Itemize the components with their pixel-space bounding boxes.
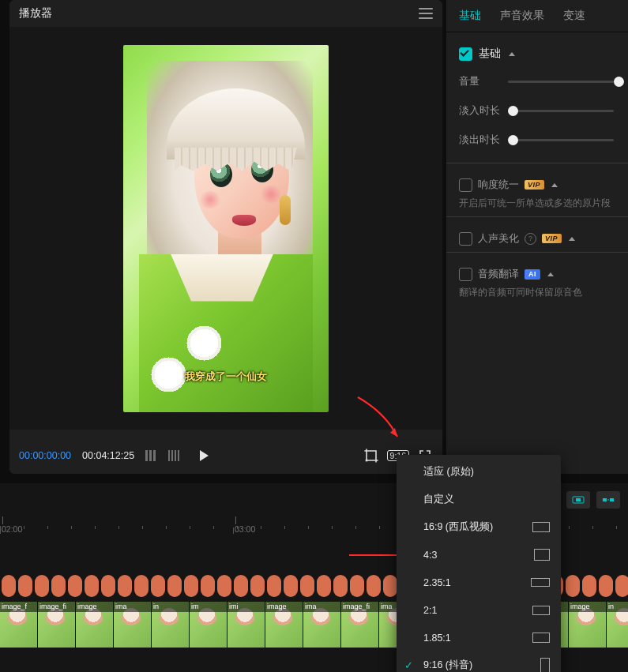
player-header: 播放器 [9, 0, 442, 27]
feature-title: 音频翻译 [478, 267, 519, 281]
clip-label: in [607, 602, 628, 612]
player-title: 播放器 [19, 6, 52, 21]
slider-row: 音量 [459, 75, 615, 88]
feature-checkbox[interactable] [459, 232, 472, 246]
chevron-up-icon [569, 237, 575, 241]
clip-thumbnail[interactable]: image_fi [38, 602, 76, 648]
clip-thumbnail[interactable]: image_fi [341, 602, 379, 648]
timeline-tool-b[interactable] [596, 491, 620, 509]
play-button[interactable] [196, 448, 212, 464]
basic-section-header[interactable]: 基础 [459, 47, 615, 61]
ratio-option[interactable]: 16:9 (西瓜视频) [397, 513, 561, 541]
svg-rect-4 [610, 498, 614, 501]
clip-thumbnail[interactable]: image [569, 602, 607, 648]
svg-rect-3 [603, 498, 607, 501]
ratio-option-label: 2:1 [423, 605, 437, 616]
subtitle-overlay: 我穿成了一个仙女 [123, 370, 329, 384]
clip-thumbnail[interactable]: image [265, 602, 303, 648]
ratio-option-label: 自定义 [423, 493, 454, 506]
clip-label: image [569, 602, 606, 612]
slider-row: 淡入时长 [459, 104, 615, 118]
ratio-option[interactable]: ✓9:16 (抖音) [397, 651, 561, 672]
slider-track[interactable] [508, 110, 614, 112]
feature-block: 音频翻译AI翻译的音频可同时保留原音色 [459, 267, 615, 299]
ruler-tick-label: | 02:00 [2, 515, 22, 534]
clip-thumbnail[interactable]: in [607, 602, 628, 648]
slider-track[interactable] [508, 81, 614, 83]
clip-label: imi [228, 602, 265, 612]
ratio-swatch-icon [532, 522, 550, 532]
player-controls: 00:00:00:00 00:04:12:25 9:16 [9, 437, 442, 474]
total-duration: 00:04:12:25 [82, 450, 134, 461]
ratio-option[interactable]: 4:3 [397, 541, 561, 569]
ratio-option[interactable]: 自定义 [397, 486, 561, 513]
feature-desc: 开启后可统一所单选或多选的原片段 [459, 197, 615, 210]
clip-thumbnail[interactable]: image_f [0, 602, 38, 648]
ratio-option[interactable]: 2.35:1 [397, 569, 561, 596]
svg-point-0 [365, 460, 367, 462]
feature-checkbox[interactable] [459, 268, 472, 281]
timeline-tool-a[interactable] [566, 491, 590, 509]
tab-基础[interactable]: 基础 [449, 0, 491, 32]
crop-icon[interactable] [363, 448, 379, 464]
chevron-up-icon [551, 183, 558, 187]
columns-icon[interactable] [142, 448, 158, 464]
slider-track[interactable] [508, 139, 614, 141]
ratio-swatch-icon [532, 633, 550, 643]
feature-desc: 翻译的音频可同时保留原音色 [459, 286, 615, 299]
tab-声音效果[interactable]: 声音效果 [491, 0, 554, 32]
slider-row: 淡出时长 [459, 133, 615, 147]
clip-label: im [190, 602, 227, 612]
ratio-option-label: 4:3 [423, 550, 437, 561]
ratio-option-label: 16:9 (西瓜视频) [423, 520, 493, 534]
clip-thumbnail[interactable]: ima [303, 602, 341, 648]
clip-thumbnail[interactable]: image [76, 602, 114, 648]
ratio-swatch-icon [532, 606, 550, 615]
clip-label: image [76, 602, 113, 612]
svg-rect-2 [576, 498, 581, 501]
feature-block: 人声美化?VIP [459, 231, 615, 246]
clip-label: ima [114, 602, 151, 612]
clip-thumbnail[interactable]: in [152, 602, 190, 648]
preview-area: 我穿成了一个仙女 [9, 27, 442, 430]
aspect-ratio-menu: 适应 (原始)自定义16:9 (西瓜视频)4:32.35:12:11.85:1✓… [397, 455, 561, 672]
basic-checkbox[interactable] [459, 47, 472, 61]
clip-label: image_f [0, 602, 37, 612]
clip-thumbnail[interactable]: im [190, 602, 228, 648]
ratio-option[interactable]: 适应 (原始) [397, 458, 561, 486]
clip-thumbnail[interactable]: imi [228, 602, 265, 648]
basic-section-title: 基础 [479, 47, 501, 61]
slider-label: 音量 [459, 75, 508, 88]
ratio-option[interactable]: 2:1 [397, 596, 561, 624]
clip-label: image_fi [38, 602, 75, 612]
ruler-tick-label: | 03:00 [235, 515, 255, 534]
feature-block: 响度统一VIP开启后可统一所单选或多选的原片段 [459, 178, 615, 210]
vip-badge: VIP [542, 234, 562, 243]
tab-变速[interactable]: 变速 [554, 0, 595, 32]
ai-badge: AI [525, 269, 540, 280]
clip-label: image [265, 602, 303, 612]
ratio-option-label: 9:16 (抖音) [423, 659, 472, 672]
check-icon: ✓ [404, 659, 413, 671]
clip-thumbnail[interactable]: ima [114, 602, 152, 648]
feature-checkbox[interactable] [459, 178, 472, 192]
ratio-option[interactable]: 1.85:1 [397, 624, 561, 651]
columns-dense-icon[interactable] [166, 448, 182, 464]
ratio-option-label: 2.35:1 [423, 577, 451, 588]
ratio-option-label: 适应 (原始) [423, 465, 474, 479]
preview-frame[interactable]: 我穿成了一个仙女 [123, 45, 329, 412]
chevron-up-icon [509, 52, 515, 56]
ratio-option-label: 1.85:1 [423, 633, 451, 644]
slider-label: 淡入时长 [459, 104, 508, 118]
vip-badge: VIP [525, 180, 544, 190]
menu-icon[interactable] [419, 8, 433, 19]
slider-label: 淡出时长 [459, 133, 508, 147]
chevron-up-icon [547, 272, 554, 276]
ratio-swatch-icon [534, 549, 550, 561]
clip-label: ima [303, 602, 340, 612]
ratio-swatch-icon [531, 578, 550, 587]
help-icon[interactable]: ? [525, 233, 536, 245]
clip-label: image_fi [341, 602, 378, 612]
property-tabs: 基础声音效果变速 [446, 0, 628, 32]
player-panel: 播放器 我穿成了一个仙女 00:00:00:00 00:04:12:25 [9, 0, 442, 474]
